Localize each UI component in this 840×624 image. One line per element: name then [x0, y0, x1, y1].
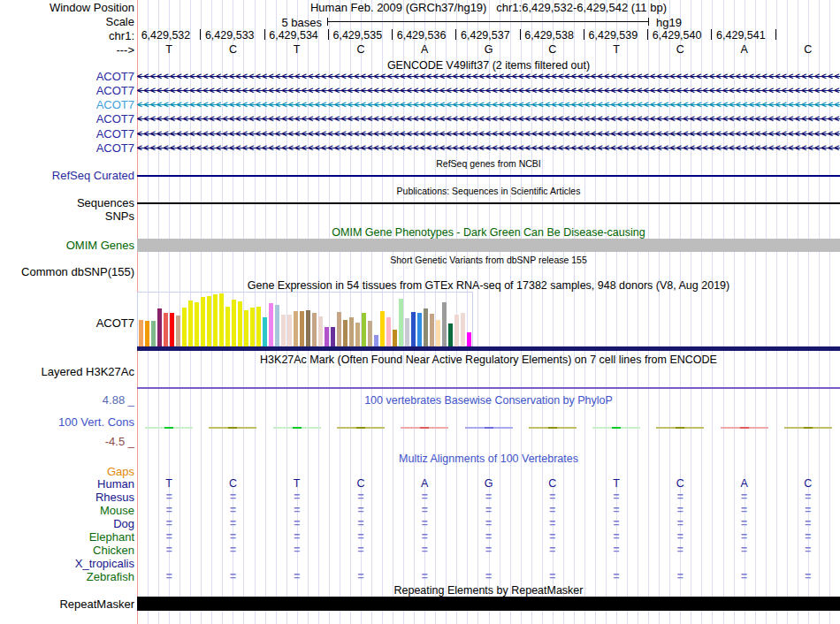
track-label-phylop[interactable]: 100 Vert. Cons — [0, 416, 134, 429]
gtex-tissue-bar[interactable] — [287, 315, 292, 346]
gtex-tissue-bar[interactable] — [331, 327, 335, 346]
gtex-tissue-bar[interactable] — [300, 311, 304, 346]
gtex-tissue-bar[interactable] — [343, 320, 347, 346]
gtex-tissue-bar[interactable] — [188, 301, 193, 346]
gtex-tissue-bar[interactable] — [207, 296, 211, 346]
gtex-tissue-bar[interactable] — [244, 310, 248, 346]
gtex-tissue-bar[interactable] — [380, 311, 385, 346]
multiz-species-label-chicken[interactable]: Chicken — [0, 544, 134, 557]
gtex-tissue-bar[interactable] — [232, 300, 236, 346]
phylop-tick[interactable] — [656, 427, 704, 429]
gtex-tissue-bar[interactable] — [448, 323, 453, 346]
gencode-transcript[interactable]: <<<<<<<<<<<<<<<<<<<<<<<<<<<<<<<<<<<<<<<<… — [137, 99, 840, 110]
gencode-gene-label[interactable]: ACOT7 — [0, 99, 134, 111]
ruler-coordinate[interactable]: 6,429,541 — [712, 30, 765, 42]
gtex-tissue-bar[interactable] — [306, 310, 310, 346]
track-title-refseq[interactable]: RefSeq genes from NCBI — [137, 158, 840, 169]
phylop-tick[interactable] — [337, 427, 385, 429]
gtex-tissue-bar[interactable] — [151, 321, 156, 346]
multiz-species-label-mouse[interactable]: Mouse — [0, 505, 134, 517]
gencode-transcript[interactable]: <<<<<<<<<<<<<<<<<<<<<<<<<<<<<<<<<<<<<<<<… — [137, 85, 840, 96]
gtex-tissue-bar[interactable] — [337, 312, 341, 346]
gtex-tissue-bar[interactable] — [325, 327, 329, 346]
gtex-tissue-bar[interactable] — [238, 301, 242, 346]
ruler-coordinate[interactable]: 6,429,532 — [137, 30, 190, 42]
gtex-tissue-bar[interactable] — [195, 302, 199, 346]
gtex-tissue-bar[interactable] — [355, 323, 360, 346]
gencode-transcript[interactable]: <<<<<<<<<<<<<<<<<<<<<<<<<<<<<<<<<<<<<<<<… — [137, 142, 840, 154]
gtex-tissue-bar[interactable] — [182, 308, 187, 346]
gtex-tissue-bar[interactable] — [256, 307, 261, 346]
gtex-tissue-bar[interactable] — [269, 303, 273, 346]
gtex-tissue-bar[interactable] — [374, 335, 378, 346]
phylop-tick[interactable] — [592, 427, 640, 429]
gtex-tissue-bar[interactable] — [417, 313, 422, 346]
track-title-publications[interactable]: Publications: Sequences in Scientific Ar… — [137, 186, 840, 196]
phylop-tick[interactable] — [401, 427, 448, 429]
phylop-tick[interactable] — [273, 427, 321, 429]
phylop-tick[interactable] — [145, 427, 193, 429]
phylop-tick[interactable] — [465, 427, 513, 429]
gtex-tissue-bar[interactable] — [393, 330, 397, 346]
gencode-gene-label[interactable]: ACOT7 — [0, 71, 134, 83]
gtex-tissue-bar[interactable] — [164, 313, 168, 346]
gtex-tissue-bar[interactable] — [362, 313, 366, 346]
gtex-tissue-bar[interactable] — [399, 299, 403, 346]
gtex-tissue-bar[interactable] — [294, 311, 298, 346]
refseq-curated-item[interactable] — [137, 175, 840, 177]
gtex-tissue-bar[interactable] — [213, 294, 218, 346]
gtex-tissue-bar[interactable] — [219, 293, 224, 346]
ruler-coordinate[interactable]: 6,429,534 — [265, 30, 318, 42]
multiz-species-label-gaps[interactable]: Gaps — [0, 466, 134, 478]
multiz-species-label-zebrafish[interactable]: Zebrafish — [0, 571, 134, 583]
strand-direction-label[interactable]: ---> — [0, 44, 134, 57]
track-title-dbsnp[interactable]: Short Genetic Variants from dbSNP releas… — [137, 255, 840, 265]
gtex-tissue-bar[interactable] — [157, 308, 162, 346]
gtex-tissue-bar[interactable] — [145, 321, 149, 346]
omim-gene-bar[interactable] — [137, 239, 840, 252]
gtex-tissue-bar[interactable] — [225, 307, 230, 346]
ruler-coordinate[interactable]: 6,429,540 — [648, 30, 701, 42]
track-label-sequences[interactable]: Sequences — [0, 197, 134, 209]
track-label-omim-genes[interactable]: OMIM Genes — [0, 240, 134, 252]
phylop-tick[interactable] — [784, 427, 832, 429]
gencode-transcript[interactable]: <<<<<<<<<<<<<<<<<<<<<<<<<<<<<<<<<<<<<<<<… — [137, 113, 840, 125]
track-label-h3k27ac[interactable]: Layered H3K27Ac — [0, 366, 134, 378]
gencode-gene-label[interactable]: ACOT7 — [0, 142, 134, 155]
gencode-transcript[interactable]: <<<<<<<<<<<<<<<<<<<<<<<<<<<<<<<<<<<<<<<<… — [137, 128, 840, 140]
track-title-multiz[interactable]: Multiz Alignments of 100 Vertebrates — [137, 453, 840, 465]
sequences-item[interactable] — [137, 202, 840, 204]
track-title-repeatmasker[interactable]: Repeating Elements by RepeatMasker — [137, 584, 840, 597]
gtex-tissue-bar[interactable] — [430, 314, 434, 346]
multiz-species-label-rhesus[interactable]: Rhesus — [0, 491, 134, 504]
phylop-tick[interactable] — [721, 427, 768, 429]
gtex-tissue-bar[interactable] — [411, 312, 416, 346]
track-label-common-dbsnp[interactable]: Common dbSNP(155) — [0, 266, 134, 278]
multiz-species-label-dog[interactable]: Dog — [0, 518, 134, 530]
gtex-tissue-bar[interactable] — [318, 316, 323, 346]
track-title-gencode[interactable]: GENCODE V49lift37 (2 items filtered out) — [137, 59, 840, 72]
ruler-coordinate[interactable]: 6,429,537 — [456, 30, 509, 42]
gtex-tissue-bar[interactable] — [461, 313, 465, 346]
multiz-species-label-elephant[interactable]: Elephant — [0, 531, 134, 544]
gtex-tissue-bar[interactable] — [405, 318, 409, 346]
gtex-tissue-bar[interactable] — [467, 332, 471, 346]
track-label-snps[interactable]: SNPs — [0, 210, 134, 223]
track-label-gtex-acot7[interactable]: ACOT7 — [0, 317, 134, 330]
gtex-tissue-bar[interactable] — [263, 317, 267, 346]
track-title-h3k27ac[interactable]: H3K27Ac Mark (Often Found Near Active Re… — [137, 354, 840, 366]
multiz-species-label-human[interactable]: Human — [0, 478, 134, 491]
track-title-phylop[interactable]: 100 vertebrates Basewise Conservation by… — [137, 394, 840, 407]
gencode-transcript[interactable]: <<<<<<<<<<<<<<<<<<<<<<<<<<<<<<<<<<<<<<<<… — [137, 71, 840, 82]
repeatmasker-item-bar[interactable] — [137, 597, 840, 611]
gencode-gene-label[interactable]: ACOT7 — [0, 85, 134, 97]
multiz-species-label-x_tropicalis[interactable]: X_tropicalis — [0, 558, 134, 570]
track-label-repeatmasker[interactable]: RepeatMasker — [0, 598, 134, 611]
gtex-tissue-bar[interactable] — [201, 297, 205, 346]
gtex-tissue-bar[interactable] — [368, 321, 372, 346]
track-title-gtex[interactable]: Gene Expression in 54 tissues from GTEx … — [137, 279, 840, 292]
gtex-tissue-bar[interactable] — [275, 305, 279, 346]
h3k27ac-signal-baseline[interactable] — [137, 387, 840, 389]
gtex-tissue-bar[interactable] — [386, 317, 391, 346]
phylop-tick[interactable] — [209, 427, 256, 429]
